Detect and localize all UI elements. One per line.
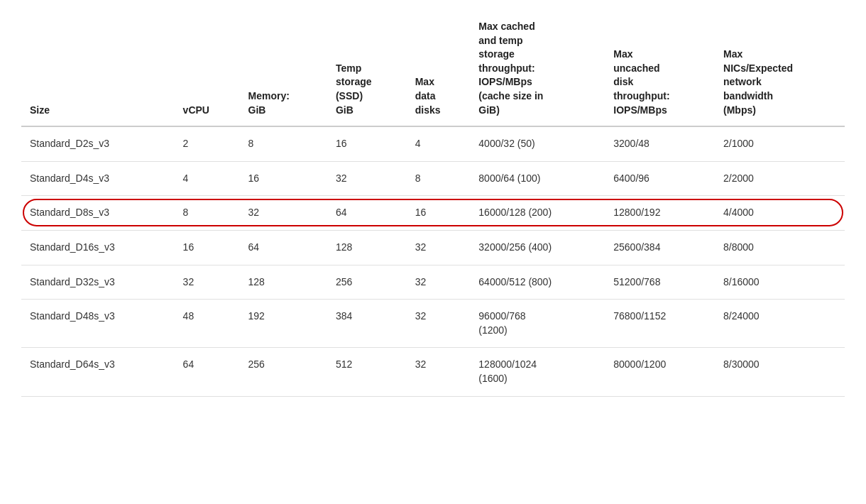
- cell-max_cached: 96000/768(1200): [470, 300, 605, 348]
- col-header-max-cached: Max cachedand tempstoragethroughput:IOPS…: [470, 14, 605, 126]
- cell-size: Standard_D4s_v3: [21, 161, 175, 196]
- col-header-max-uncached: Maxuncacheddiskthroughput:IOPS/MBps: [605, 14, 715, 126]
- vm-sizes-table-container: Size vCPU Memory:GiB Tempstorage(SSD)GiB…: [21, 14, 845, 397]
- col-header-temp-storage: Tempstorage(SSD)GiB: [327, 14, 407, 126]
- cell-max_cached: 16000/128 (200): [470, 196, 605, 231]
- cell-temp_storage: 384: [327, 300, 407, 348]
- cell-vcpu: 8: [175, 196, 240, 231]
- cell-max_nics: 2/1000: [715, 126, 845, 161]
- cell-max_cached: 128000/1024(1600): [470, 348, 605, 396]
- cell-size: Standard_D16s_v3: [21, 230, 175, 265]
- cell-temp_storage: 128: [327, 230, 407, 265]
- cell-temp_storage: 16: [327, 126, 407, 161]
- cell-memory: 16: [240, 161, 327, 196]
- cell-vcpu: 4: [175, 161, 240, 196]
- table-row: Standard_D16s_v316641283232000/256 (400)…: [21, 230, 845, 265]
- cell-vcpu: 48: [175, 300, 240, 348]
- cell-size: Standard_D64s_v3: [21, 348, 175, 396]
- cell-temp_storage: 512: [327, 348, 407, 396]
- table-row: Standard_D64s_v36425651232128000/1024(16…: [21, 348, 845, 396]
- cell-memory: 8: [240, 126, 327, 161]
- cell-memory: 192: [240, 300, 327, 348]
- cell-max_uncached: 51200/768: [605, 265, 715, 300]
- cell-vcpu: 64: [175, 348, 240, 396]
- vm-sizes-table: Size vCPU Memory:GiB Tempstorage(SSD)GiB…: [21, 14, 845, 397]
- cell-max_data_disks: 16: [407, 196, 471, 231]
- cell-max_uncached: 12800/192: [605, 196, 715, 231]
- cell-size: Standard_D32s_v3: [21, 265, 175, 300]
- cell-max_nics: 8/30000: [715, 348, 845, 396]
- cell-memory: 32: [240, 196, 327, 231]
- cell-max_cached: 64000/512 (800): [470, 265, 605, 300]
- cell-max_nics: 4/4000: [715, 196, 845, 231]
- cell-temp_storage: 256: [327, 265, 407, 300]
- cell-max_cached: 4000/32 (50): [470, 126, 605, 161]
- table-row: Standard_D48s_v3481923843296000/768(1200…: [21, 300, 845, 348]
- col-header-vcpu: vCPU: [175, 14, 240, 126]
- cell-max_data_disks: 32: [407, 300, 471, 348]
- cell-max_uncached: 3200/48: [605, 126, 715, 161]
- cell-max_uncached: 76800/1152: [605, 300, 715, 348]
- cell-max_cached: 8000/64 (100): [470, 161, 605, 196]
- table-row: Standard_D2s_v3281644000/32 (50)3200/482…: [21, 126, 845, 161]
- cell-max_data_disks: 32: [407, 230, 471, 265]
- col-header-size: Size: [21, 14, 175, 126]
- table-row: Standard_D8s_v3832641616000/128 (200)128…: [21, 196, 845, 231]
- cell-max_data_disks: 32: [407, 265, 471, 300]
- col-header-memory: Memory:GiB: [240, 14, 327, 126]
- cell-max_cached: 32000/256 (400): [470, 230, 605, 265]
- cell-max_data_disks: 32: [407, 348, 471, 396]
- cell-temp_storage: 32: [327, 161, 407, 196]
- cell-vcpu: 32: [175, 265, 240, 300]
- cell-max_uncached: 6400/96: [605, 161, 715, 196]
- table-row: Standard_D32s_v3321282563264000/512 (800…: [21, 265, 845, 300]
- cell-temp_storage: 64: [327, 196, 407, 231]
- cell-max_data_disks: 8: [407, 161, 471, 196]
- table-row: Standard_D4s_v34163288000/64 (100)6400/9…: [21, 161, 845, 196]
- cell-size: Standard_D8s_v3: [21, 196, 175, 231]
- cell-size: Standard_D48s_v3: [21, 300, 175, 348]
- col-header-max-nics: MaxNICs/Expectednetworkbandwidth(Mbps): [715, 14, 845, 126]
- cell-max_nics: 8/8000: [715, 230, 845, 265]
- cell-size: Standard_D2s_v3: [21, 126, 175, 161]
- cell-max_nics: 8/24000: [715, 300, 845, 348]
- cell-memory: 128: [240, 265, 327, 300]
- cell-max_uncached: 25600/384: [605, 230, 715, 265]
- cell-max_nics: 8/16000: [715, 265, 845, 300]
- table-header-row: Size vCPU Memory:GiB Tempstorage(SSD)GiB…: [21, 14, 845, 126]
- cell-max_uncached: 80000/1200: [605, 348, 715, 396]
- cell-memory: 256: [240, 348, 327, 396]
- cell-max_data_disks: 4: [407, 126, 471, 161]
- cell-vcpu: 16: [175, 230, 240, 265]
- cell-max_nics: 2/2000: [715, 161, 845, 196]
- col-header-max-data-disks: Maxdatadisks: [407, 14, 471, 126]
- cell-vcpu: 2: [175, 126, 240, 161]
- cell-memory: 64: [240, 230, 327, 265]
